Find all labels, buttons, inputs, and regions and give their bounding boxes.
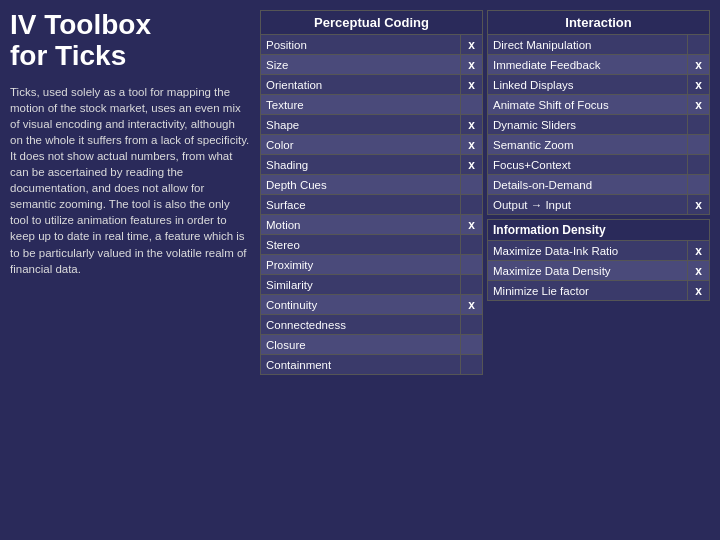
check-mark: x [468,118,475,132]
perceptual-row-check [461,275,483,295]
interaction-row-label: Immediate Feedback [488,55,688,75]
perceptual-row-check [461,195,483,215]
perceptual-row-check: x [461,135,483,155]
check-mark: x [695,284,702,298]
density-row-label: Minimize Lie factor [488,281,688,301]
table-row: Details-on-Demand [488,175,710,195]
perceptual-row-label: Proximity [261,255,461,275]
perceptual-row-check: x [461,35,483,55]
density-row-check: x [688,281,710,301]
right-section: Perceptual Coding PositionxSizexOrientat… [260,10,710,530]
interaction-row-label: Direct Manipulation [488,35,688,55]
perceptual-row-check [461,95,483,115]
perceptual-row-label: Stereo [261,235,461,255]
density-row-label: Maximize Data Density [488,261,688,281]
table-row: Output → Inputx [488,195,710,215]
density-table: Maximize Data-Ink RatioxMaximize Data De… [487,240,710,301]
title-line2: for Ticks [10,41,250,72]
interaction-row-check: x [688,95,710,115]
table-row: Positionx [261,35,483,55]
perceptual-row-label: Continuity [261,295,461,315]
check-mark: x [468,298,475,312]
perceptual-row-label: Color [261,135,461,155]
check-mark: x [468,38,475,52]
perceptual-row-check: x [461,115,483,135]
table-row: Semantic Zoom [488,135,710,155]
interaction-row-check [688,135,710,155]
perceptual-row-check [461,235,483,255]
table-row: Maximize Data Densityx [488,261,710,281]
table-row: Dynamic Sliders [488,115,710,135]
check-mark: x [468,158,475,172]
table-row: Depth Cues [261,175,483,195]
interaction-row-check: x [688,55,710,75]
table-row: Direct Manipulation [488,35,710,55]
interaction-row-check [688,35,710,55]
perceptual-row-check: x [461,155,483,175]
perceptual-row-label: Shading [261,155,461,175]
check-mark: x [695,264,702,278]
check-mark: x [695,98,702,112]
check-mark: x [468,58,475,72]
table-row: Linked Displaysx [488,75,710,95]
perceptual-row-check: x [461,295,483,315]
perceptual-row-label: Connectedness [261,315,461,335]
perceptual-row-label: Containment [261,355,461,375]
table-row: Animate Shift of Focusx [488,95,710,115]
table-row: Closure [261,335,483,355]
interaction-row-label: Output → Input [488,195,688,215]
interaction-row-check [688,115,710,135]
interaction-row-check: x [688,75,710,95]
density-section: Information Density Maximize Data-Ink Ra… [487,219,710,301]
table-row: Containment [261,355,483,375]
title-block: IV Toolbox for Ticks [10,10,250,72]
perceptual-row-check: x [461,75,483,95]
interaction-header: Interaction [487,10,710,34]
table-row: Texture [261,95,483,115]
perceptual-row-check [461,255,483,275]
density-row-label: Maximize Data-Ink Ratio [488,241,688,261]
perceptual-row-label: Depth Cues [261,175,461,195]
check-mark: x [468,218,475,232]
table-row: Stereo [261,235,483,255]
perceptual-row-label: Closure [261,335,461,355]
perceptual-row-check: x [461,215,483,235]
table-row: Orientationx [261,75,483,95]
table-row: Connectedness [261,315,483,335]
perceptual-row-check [461,355,483,375]
perceptual-row-check [461,315,483,335]
interaction-row-label: Semantic Zoom [488,135,688,155]
table-row: Colorx [261,135,483,155]
table-row: Minimize Lie factorx [488,281,710,301]
table-row: Shadingx [261,155,483,175]
density-header: Information Density [487,219,710,240]
table-row: Proximity [261,255,483,275]
title-line1: IV Toolbox [10,10,250,41]
check-mark: x [695,198,702,212]
perceptual-row-check: x [461,55,483,75]
interaction-row-check [688,155,710,175]
perceptual-coding-header: Perceptual Coding [260,10,483,34]
check-mark: x [695,78,702,92]
perceptual-row-label: Texture [261,95,461,115]
interaction-row-label: Details-on-Demand [488,175,688,195]
description-text: Ticks, used solely as a tool for mapping… [10,84,250,277]
table-row: Motionx [261,215,483,235]
check-mark: x [468,78,475,92]
perceptual-row-label: Surface [261,195,461,215]
perceptual-row-check [461,335,483,355]
perceptual-coding-section: Perceptual Coding PositionxSizexOrientat… [260,10,483,530]
check-mark: x [695,244,702,258]
perceptual-row-label: Shape [261,115,461,135]
perceptual-row-check [461,175,483,195]
table-row: Immediate Feedbackx [488,55,710,75]
interaction-row-check: x [688,195,710,215]
density-row-check: x [688,261,710,281]
perceptual-row-label: Similarity [261,275,461,295]
perceptual-row-label: Motion [261,215,461,235]
perceptual-row-label: Position [261,35,461,55]
interaction-row-label: Focus+Context [488,155,688,175]
perceptual-row-label: Orientation [261,75,461,95]
perceptual-row-label: Size [261,55,461,75]
table-row: Sizex [261,55,483,75]
